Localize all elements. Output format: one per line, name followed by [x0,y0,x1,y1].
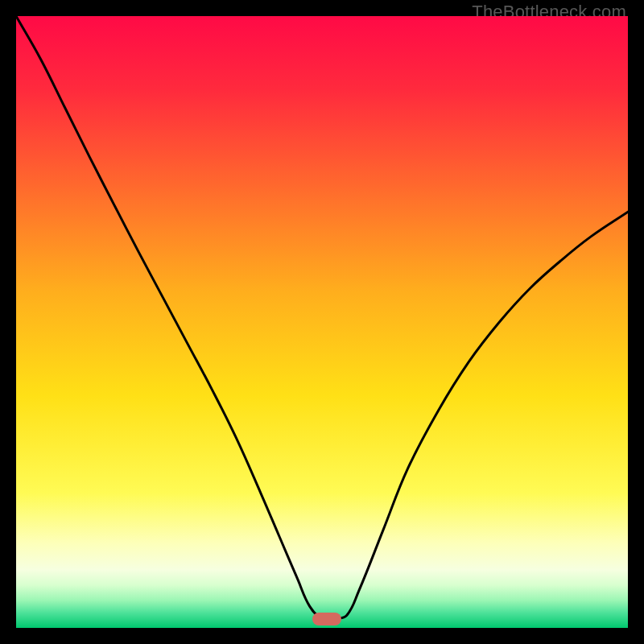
plot-area [16,16,628,628]
chart-stage: TheBottleneck.com [0,0,644,644]
bottleneck-curve [16,16,628,628]
optimum-marker [312,613,341,625]
